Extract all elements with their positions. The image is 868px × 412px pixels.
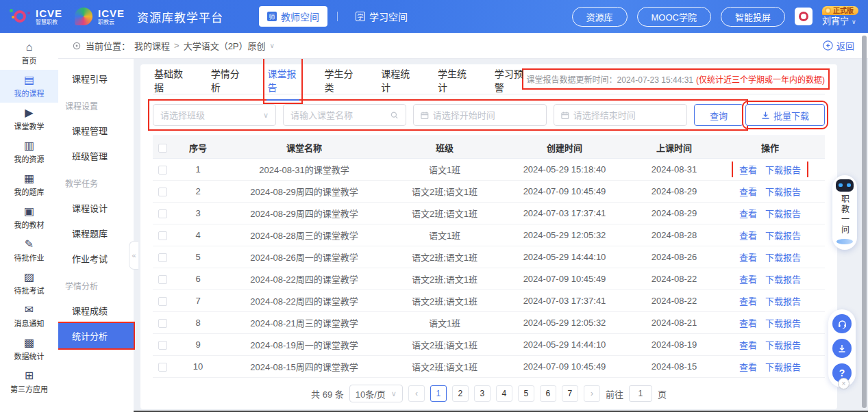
select-all-checkbox[interactable] — [158, 144, 167, 153]
submenu-item[interactable]: 作业考试 — [58, 246, 134, 271]
tab[interactable]: 基础数据 — [153, 58, 186, 101]
sidebar-item[interactable]: ▤ 我的课程 — [0, 70, 58, 103]
view-link[interactable]: 查看 — [739, 229, 757, 242]
mini-app-icon[interactable] — [795, 8, 813, 25]
page-number-button[interactable]: 1 — [430, 385, 447, 402]
cell-lesson-name: 2024-08-19周一的课堂教学 — [219, 338, 390, 351]
sidebar-item[interactable]: ▥ 我的资源 — [0, 136, 58, 168]
view-link[interactable]: 查看 — [739, 316, 757, 329]
learning-space-button[interactable]: 学 学习空间 — [347, 6, 416, 27]
row-checkbox[interactable] — [158, 166, 167, 175]
submenu-item[interactable]: 学情分析 — [58, 274, 134, 298]
user-menu[interactable]: 刘宵宁 ∨ — [822, 16, 856, 27]
page-number-button[interactable]: 6 — [540, 385, 556, 402]
quick-link-button[interactable]: 智能投屏 — [721, 7, 785, 27]
download-report-link[interactable]: 下载报告 — [765, 185, 801, 198]
view-link[interactable]: 查看 — [739, 185, 757, 198]
page-number-button[interactable]: 5 — [518, 385, 534, 402]
prev-page-button[interactable]: ‹ — [408, 385, 425, 402]
sidebar-item[interactable]: ▶ 课堂教学 — [0, 103, 58, 136]
download-report-link[interactable]: 下载报告 — [765, 294, 801, 307]
start-date-picker[interactable] — [413, 104, 547, 126]
quick-link-button[interactable]: 资源库 — [572, 7, 628, 27]
download-report-link[interactable]: 下载报告 — [765, 272, 801, 285]
row-checkbox[interactable] — [158, 275, 167, 284]
submenu-collapse-handle[interactable]: « — [129, 241, 138, 270]
quick-link-button[interactable]: MOOC学院 — [637, 7, 711, 27]
row-checkbox[interactable] — [158, 231, 167, 240]
table-row: 9 2024-08-19周一的课堂教学 语文2班;语文1班 2024-05-29… — [153, 334, 825, 356]
assistant-widget[interactable]: 职教一问 — [832, 175, 857, 250]
row-checkbox[interactable] — [158, 319, 167, 328]
submenu-item[interactable]: 课程成绩 — [58, 298, 134, 323]
class-select[interactable]: ∨ — [153, 104, 276, 126]
back-button[interactable]: 返回 — [823, 39, 854, 52]
end-date-picker[interactable] — [554, 104, 687, 126]
view-link[interactable]: 查看 — [739, 360, 757, 373]
download-report-link[interactable]: 下载报告 — [765, 338, 801, 351]
submenu-item[interactable]: 课程引导 — [58, 66, 134, 91]
view-link[interactable]: 查看 — [739, 163, 757, 176]
sidebar-item[interactable]: ⌂ 首页 — [0, 37, 58, 70]
download-report-link[interactable]: 下载报告 — [765, 163, 801, 176]
view-link[interactable]: 查看 — [739, 250, 757, 263]
next-page-button[interactable]: › — [584, 385, 600, 402]
sidebar-item[interactable]: ▩ 数据统计 — [0, 333, 58, 365]
submenu-item[interactable]: 统计分析 — [58, 323, 134, 348]
breadcrumb-path[interactable]: 我的课程 — [134, 39, 170, 52]
lesson-name-input[interactable] — [290, 110, 386, 120]
download-report-link[interactable]: 下载报告 — [765, 229, 801, 242]
submenu-item[interactable]: 课程管理 — [58, 118, 134, 143]
row-checkbox[interactable] — [158, 209, 167, 218]
row-checkbox[interactable] — [158, 363, 167, 372]
page-scrollbar[interactable] — [862, 36, 867, 408]
customer-service-button[interactable] — [832, 314, 852, 333]
download-report-link[interactable]: 下载报告 — [765, 250, 801, 263]
download-report-link[interactable]: 下载报告 — [765, 207, 801, 220]
start-date-input[interactable] — [433, 110, 539, 120]
lesson-name-search[interactable] — [283, 104, 406, 126]
download-report-link[interactable]: 下载报告 — [765, 360, 801, 373]
page-number-button[interactable]: 4 — [496, 385, 512, 402]
row-checkbox[interactable] — [158, 341, 167, 350]
download-report-link[interactable]: 下载报告 — [765, 316, 801, 329]
teacher-space-button[interactable]: 师 教师空间 — [259, 6, 327, 27]
tab[interactable]: 学习预警 — [493, 58, 527, 101]
sidebar-item[interactable]: ▦ 我的题库 — [0, 168, 58, 201]
submenu-item[interactable]: 班级管理 — [58, 143, 134, 168]
sidebar-item[interactable]: ⊞ 第三方应用 — [0, 365, 58, 398]
goto-page-input[interactable] — [629, 385, 652, 402]
search-button[interactable]: 查询 — [694, 104, 743, 126]
page-number-button[interactable]: 2 — [452, 385, 469, 402]
view-link[interactable]: 查看 — [739, 272, 757, 285]
tab[interactable]: 学生分类 — [323, 58, 356, 101]
download-center-button[interactable] — [832, 339, 852, 358]
view-link[interactable]: 查看 — [739, 294, 757, 307]
sidebar-item[interactable]: ▨ 待批考试 — [0, 267, 58, 300]
row-checkbox[interactable] — [158, 188, 167, 196]
submenu-item[interactable]: 课程设置 — [58, 94, 134, 118]
sidebar-item[interactable]: ✉ 消息通知 — [0, 300, 58, 333]
submenu-item[interactable]: 课程题库 — [58, 220, 134, 246]
submenu-item[interactable]: 教学任务 — [58, 171, 134, 195]
close-toolbar-button[interactable]: × — [838, 378, 850, 389]
tab[interactable]: 课程统计 — [380, 58, 413, 101]
batch-download-button[interactable]: 批量下载 — [745, 104, 825, 126]
page-size-select[interactable]: 10条/页 ∨ — [349, 385, 403, 402]
page-number-button[interactable]: 3 — [474, 385, 491, 402]
sidebar-item[interactable]: ▣ 我的教材 — [0, 201, 58, 234]
submenu-item[interactable]: 课程设计 — [58, 195, 134, 220]
tab[interactable]: 学情分析 — [210, 58, 243, 101]
end-date-input[interactable] — [573, 110, 680, 120]
page-number-button[interactable]: 7 — [562, 385, 578, 402]
tab[interactable]: 学生统计 — [436, 58, 470, 101]
view-link[interactable]: 查看 — [739, 207, 757, 220]
row-checkbox[interactable] — [158, 253, 167, 262]
sidebar-item[interactable]: ✎ 待批作业 — [0, 234, 58, 267]
class-select-input[interactable] — [160, 110, 259, 120]
view-link[interactable]: 查看 — [739, 338, 757, 351]
tab[interactable]: 课堂报告 — [266, 58, 300, 101]
breadcrumb-current[interactable]: 大学语文（2P）原创 — [184, 39, 266, 52]
row-checkbox[interactable] — [158, 297, 167, 306]
breadcrumb-caret-icon[interactable]: ∨ — [270, 42, 275, 49]
